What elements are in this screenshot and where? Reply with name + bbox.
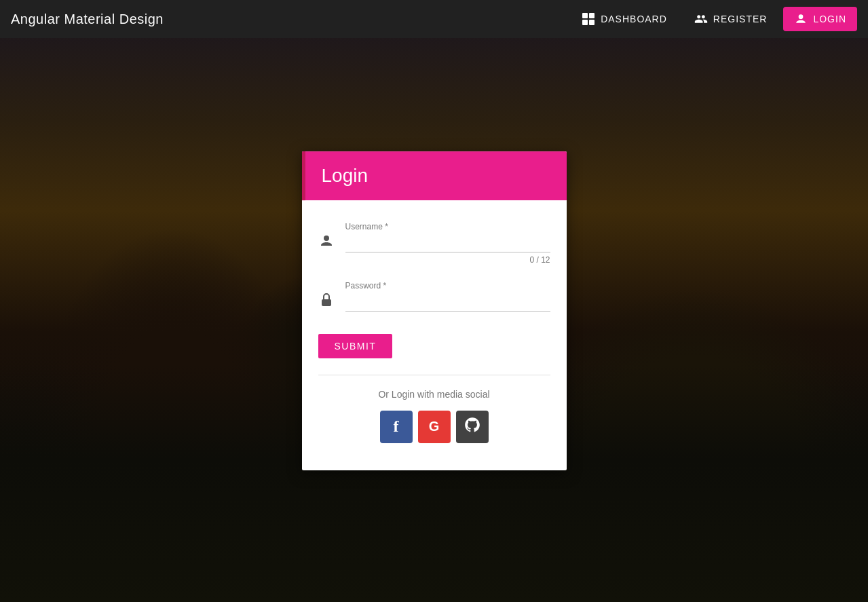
svg-rect-1 <box>589 13 595 18</box>
google-icon: G <box>429 419 440 434</box>
facebook-icon: f <box>394 417 399 436</box>
dashboard-button[interactable]: DASHBOARD <box>571 7 678 31</box>
dashboard-icon <box>582 12 595 26</box>
svg-point-5 <box>324 236 329 241</box>
divider <box>318 375 550 375</box>
card-wrapper: Login Username * 0 / 12 <box>302 151 567 470</box>
card-header: Login <box>302 151 567 200</box>
password-input[interactable] <box>345 293 550 312</box>
register-button[interactable]: REGISTER <box>683 7 778 31</box>
svg-rect-6 <box>322 299 331 306</box>
login-card: Login Username * 0 / 12 <box>302 151 567 470</box>
username-container: Username * 0 / 12 <box>345 222 550 265</box>
username-field-group: Username * 0 / 12 <box>318 222 550 265</box>
github-icon <box>464 416 481 438</box>
username-label: Username * <box>345 222 550 231</box>
svg-rect-0 <box>582 13 588 18</box>
facebook-button[interactable]: f <box>380 411 413 443</box>
password-container: Password * <box>345 281 550 312</box>
username-counter: 0 / 12 <box>345 255 550 265</box>
password-label: Password * <box>345 281 550 290</box>
navbar-actions: DASHBOARD REGISTER LOGIN <box>571 7 857 31</box>
register-icon <box>694 12 708 26</box>
login-icon <box>794 12 808 26</box>
social-label: Or Login with media social <box>318 389 550 400</box>
social-icons: f G <box>318 411 550 443</box>
navbar: Angular Material Design DASHBOARD REGIST… <box>0 0 868 38</box>
card-title: Login <box>322 165 550 187</box>
person-icon <box>318 233 335 253</box>
lock-icon <box>318 292 335 312</box>
submit-button[interactable]: SUBMIT <box>318 334 393 358</box>
svg-point-4 <box>799 14 804 19</box>
login-button[interactable]: LOGIN <box>783 7 857 31</box>
app-brand: Angular Material Design <box>11 12 164 27</box>
google-button[interactable]: G <box>418 411 451 443</box>
password-field-group: Password * <box>318 281 550 312</box>
svg-rect-3 <box>589 20 595 25</box>
username-input[interactable] <box>345 234 550 252</box>
card-body: Username * 0 / 12 Password * <box>302 200 567 470</box>
svg-rect-2 <box>582 20 588 25</box>
github-button[interactable] <box>456 411 489 443</box>
